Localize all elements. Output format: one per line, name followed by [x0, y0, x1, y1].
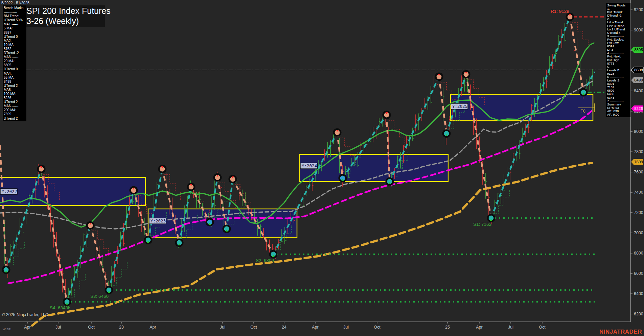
- time-tick-label[interactable]: Oct: [250, 325, 257, 330]
- time-tick-label[interactable]: Jul: [55, 325, 61, 330]
- price-chart[interactable]: R1: 9128S1: 7162S2: 6809S3: 6460S4: 6343…: [0, 0, 644, 336]
- swing-pivots-line: AF: 9.00: [607, 113, 629, 116]
- price-tick-label[interactable]: 9000: [634, 28, 643, 32]
- bench-marks-line: 7699: [4, 112, 25, 116]
- time-tick-label[interactable]: Apr: [312, 325, 318, 330]
- price-tag-label: 7699: [634, 160, 643, 164]
- bench-marks-line: 8597: [4, 31, 25, 35]
- price-tick-label[interactable]: 9200: [634, 7, 643, 12]
- bench-marks-line: MA4.------: [4, 72, 25, 76]
- price-tick-label[interactable]: 8000: [634, 129, 643, 134]
- bench-marks-line: MA1.------: [4, 22, 25, 26]
- bench-marks-line: 8226: [4, 96, 25, 100]
- stop-line-down: [92, 231, 109, 257]
- year-label-2022: Y:2022: [2, 189, 17, 194]
- time-tick-label[interactable]: 25: [445, 325, 450, 330]
- price-tag-label: 8608: [634, 68, 643, 72]
- time-tick-label[interactable]: Apr: [24, 325, 30, 330]
- bench-marks-panel: Bench Marks------------BM Trend:UTrend 5…: [3, 5, 26, 121]
- level-label-s3: S3: 6460: [90, 294, 109, 299]
- swing-down-line: [439, 77, 446, 134]
- price-tick-label[interactable]: 6600: [634, 271, 643, 276]
- bench-marks-line: MA5.------: [4, 88, 25, 92]
- bench-marks-line: 8805: [4, 63, 25, 67]
- price-tag-label: 8226: [634, 106, 643, 111]
- price-tag-label: 8499: [634, 78, 643, 82]
- bench-marks-line: MA3.------: [4, 55, 25, 59]
- bench-marks-line: 200 MA:: [4, 108, 25, 112]
- time-tick-label[interactable]: Apr: [150, 325, 156, 330]
- year-label-2025: Y:2025: [452, 104, 467, 109]
- time-tick-label[interactable]: Jul: [508, 325, 513, 330]
- time-tick-label[interactable]: Oct: [88, 325, 95, 330]
- year-label-2024: Y:2024: [302, 163, 317, 168]
- level-label-s4: S4: 6343: [50, 305, 68, 310]
- level-label-s1: S1: 7162: [473, 222, 491, 227]
- bench-marks-line: UTrend 0: [4, 35, 25, 39]
- ninjatrader-chart-window: R1: 9128S1: 7162S2: 6809S3: 6460S4: 6343…: [0, 0, 644, 336]
- time-tick-label[interactable]: Jul: [220, 325, 225, 330]
- price-tick-label[interactable]: 7200: [634, 210, 643, 215]
- bench-marks-line: 20 MA:: [4, 59, 25, 63]
- chart-title-line1: SPI 200 Index Futures: [26, 6, 111, 16]
- price-tick-label[interactable]: 6200: [634, 312, 643, 316]
- bench-marks-line: Bench Marks: [4, 6, 25, 10]
- bench-marks-line: BM Trend:: [4, 14, 25, 18]
- price-tick-label[interactable]: 7600: [634, 170, 643, 174]
- year-box-2023: [148, 209, 297, 237]
- bench-marks-line: 10 MA:: [4, 43, 25, 47]
- price-tick-label[interactable]: 7000: [634, 231, 643, 235]
- time-tick-label[interactable]: Oct: [539, 325, 546, 330]
- f0-label: F0: [580, 109, 585, 114]
- date-range-label: 5/2022 - 51/2025: [1, 1, 29, 5]
- swing-pivots-panel: Swing Pivots1.-------------Pvt. Trend:DT…: [606, 3, 630, 117]
- bench-marks-line: 8762: [4, 47, 25, 51]
- year-label-2023: Y:2023: [151, 218, 166, 223]
- chart-title-line2: 3-26 (Weekly): [26, 16, 79, 26]
- time-tick-label[interactable]: 24: [282, 325, 286, 330]
- bench-marks-line: 8499: [4, 80, 25, 84]
- swing-up-line: [67, 225, 90, 302]
- time-tick-label[interactable]: Jul: [343, 325, 349, 330]
- level-label-s2: S2: 6809: [256, 258, 274, 263]
- bench-marks-line: DTrend -2: [4, 51, 25, 55]
- bench-marks-line: UTrend 2: [4, 100, 25, 104]
- time-tick-label[interactable]: Apr: [476, 325, 482, 330]
- price-tick-label[interactable]: 6400: [634, 291, 643, 296]
- level-label-r1: R1: 9128: [551, 9, 569, 14]
- bench-marks-line: 100 MA:: [4, 92, 25, 96]
- price-tick-label[interactable]: 8400: [634, 89, 643, 93]
- ninjatrader-logo: NINJATRADER: [599, 329, 642, 335]
- data-series-tab[interactable]: W SPI: [3, 328, 12, 331]
- copyright-label: © 2025 NinjaTrader, LLC: [2, 312, 48, 317]
- price-tick-label[interactable]: 6800: [634, 251, 643, 256]
- bench-marks-line: UTrend 2: [4, 84, 25, 88]
- bench-marks-line: UTrend 50%: [4, 18, 25, 22]
- time-tick-label[interactable]: Oct: [374, 325, 381, 330]
- swing-down-line: [0, 145, 6, 270]
- bench-marks-line: UTrend 2: [4, 117, 25, 121]
- price-tick-label[interactable]: 7800: [634, 149, 643, 154]
- bench-marks-line: 55 MA:: [4, 76, 25, 80]
- swing-down-line: [90, 225, 109, 290]
- bench-marks-line: MA2.------: [4, 39, 25, 43]
- time-tick-label[interactable]: 23: [119, 325, 124, 330]
- swing-pivots-line: Pvt. Next:: [607, 55, 629, 58]
- stop-line-down: [572, 22, 588, 49]
- bench-marks-line: DTrend 0: [4, 67, 25, 71]
- price-tick-label[interactable]: 7400: [634, 190, 643, 195]
- bench-marks-line: MA6.------: [4, 104, 25, 108]
- price-tag-label: 8805: [634, 48, 643, 52]
- bench-marks-line: 5 MA:: [4, 26, 25, 30]
- bench-marks-line: ------------: [4, 10, 25, 14]
- stop-line-up: [493, 189, 509, 213]
